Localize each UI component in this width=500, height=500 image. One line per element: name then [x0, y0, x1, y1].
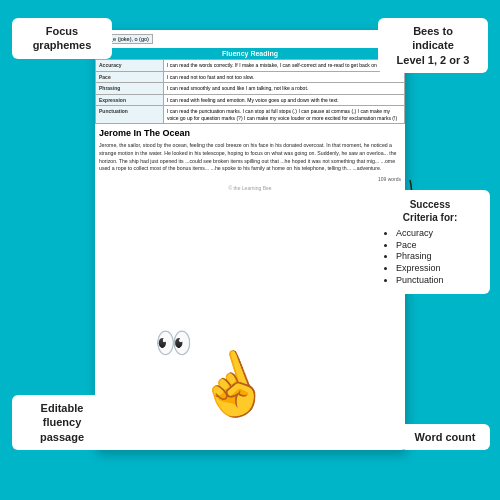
- fluency-row-text: I can read the words correctly. If I mak…: [163, 60, 404, 72]
- fluency-row-text: I can read not too fast and not too slow…: [163, 71, 404, 83]
- fluency-title: Fluency Reading: [95, 48, 405, 59]
- editable-passage-label: Editable fluency passage: [40, 402, 84, 443]
- fluency-row-label: Pace: [96, 71, 164, 83]
- bees-annotation: Bees to indicate Level 1, 2 or 3: [378, 18, 488, 73]
- focus-graphemes-label: Focus graphemes: [33, 25, 92, 51]
- fluency-table: AccuracyI can read the words correctly. …: [95, 59, 405, 124]
- word-count-annotation: Word count: [400, 424, 490, 450]
- focus-graphemes-annotation: Focus graphemes: [12, 18, 112, 59]
- success-criteria-item: Punctuation: [396, 275, 480, 287]
- word-count-label: 109 words: [95, 175, 405, 183]
- editable-passage-annotation: Editable fluency passage: [12, 395, 112, 450]
- bees-line3: Level 1, 2 or 3: [386, 53, 480, 67]
- fluency-row-text: I can read smoothly and sound like I am …: [163, 83, 404, 95]
- story-title: Jerome In The Ocean: [95, 124, 405, 140]
- success-criteria-list: AccuracyPacePhrasingExpressionPunctuatio…: [380, 228, 480, 286]
- success-criteria-item: Accuracy: [396, 228, 480, 240]
- fluency-row-text: I can read with feeling and emotion. My …: [163, 94, 404, 106]
- fluency-row-label: Expression: [96, 94, 164, 106]
- bees-toy: 👀: [155, 325, 192, 360]
- word-count-annotation-label: Word count: [415, 431, 476, 443]
- success-criteria-title: SuccessCriteria for:: [380, 198, 480, 224]
- success-criteria-item: Pace: [396, 240, 480, 252]
- success-criteria-annotation: SuccessCriteria for: AccuracyPacePhrasin…: [370, 190, 490, 294]
- fluency-row-text: I can read the punctuation marks. I can …: [163, 106, 404, 124]
- bees-line1: Bees to: [386, 24, 480, 38]
- fluency-row-label: Phrasing: [96, 83, 164, 95]
- story-body: Jerome, the sailor, stood by the ocean, …: [95, 140, 405, 175]
- fluency-row-label: Punctuation: [96, 106, 164, 124]
- fluency-row-label: Accuracy: [96, 60, 164, 72]
- success-criteria-item: Phrasing: [396, 251, 480, 263]
- watermark: © the Learning Bee: [95, 183, 405, 193]
- success-criteria-item: Expression: [396, 263, 480, 275]
- background: o_e (joke), o (go) Fluency Reading Accur…: [0, 0, 500, 500]
- bees-line2: indicate: [386, 38, 480, 52]
